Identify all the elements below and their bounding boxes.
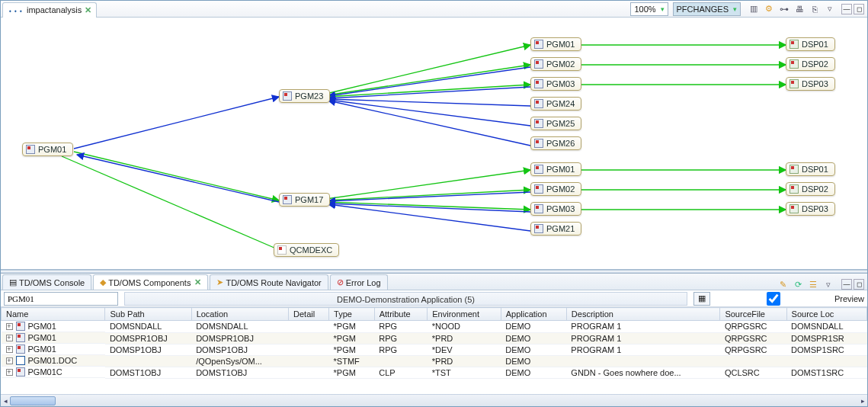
column-header[interactable]: Location: [191, 308, 288, 321]
table-row[interactable]: +PGM01DOMSPR1OBJDOMSPR1OBJ*PGMRPG*PRDDEM…: [2, 332, 867, 344]
column-header[interactable]: Source Loc: [786, 308, 866, 321]
node-dsp01-a[interactable]: DSP01: [786, 37, 835, 51]
diagram-toolbar: ▥ ⚙ ⊶ 🖶 ⎘ ▿: [745, 4, 838, 14]
cell: DOMST1SRC: [786, 367, 866, 378]
node-pgm23[interactable]: PGM23: [279, 89, 330, 103]
expand-icon[interactable]: +: [6, 335, 13, 341]
tab-route-navigator[interactable]: ➤TD/OMS Route Navigator: [210, 274, 328, 290]
node-dsp03-b[interactable]: DSP03: [786, 202, 835, 216]
svg-line-15: [326, 202, 530, 210]
filter-icon[interactable]: ✎: [777, 279, 788, 290]
scroll-left-icon[interactable]: ◂: [1, 395, 10, 407]
cell-name: PGM01C: [28, 367, 62, 377]
link-icon[interactable]: ⊶: [779, 4, 790, 14]
cell: DEMO: [501, 355, 566, 367]
maximize-button[interactable]: ◻: [854, 4, 864, 14]
svg-line-16: [328, 204, 530, 212]
node-pgm02-b[interactable]: PGM02: [530, 182, 581, 196]
minimize-button[interactable]: —: [841, 4, 852, 14]
node-pgm03-b[interactable]: PGM03: [530, 202, 581, 216]
column-header[interactable]: Attribute: [374, 308, 428, 321]
cell: PROGRAM 1: [566, 344, 720, 355]
tab-title: impactanalysis: [27, 5, 82, 14]
node-pgm17[interactable]: PGM17: [279, 193, 330, 207]
expand-icon[interactable]: +: [6, 369, 13, 376]
chart-icon[interactable]: ▥: [748, 4, 759, 14]
column-header[interactable]: Type: [329, 308, 375, 321]
close-icon[interactable]: ✕: [194, 277, 201, 287]
column-header[interactable]: SourceFile: [720, 308, 786, 321]
node-pgm01-a[interactable]: PGM01: [530, 37, 581, 51]
cell: QRPGSRC: [720, 344, 786, 355]
zoom-select[interactable]: 100%▾: [630, 2, 668, 16]
cell: DOMSPR1SR: [786, 332, 866, 344]
node-qcmdexc[interactable]: QCMDEXC: [274, 243, 339, 257]
cell: [289, 321, 329, 333]
tab-components[interactable]: ◆TD/OMS Components✕: [93, 274, 208, 290]
console-icon: ▤: [9, 277, 17, 287]
column-header[interactable]: Description: [566, 308, 720, 321]
table-row[interactable]: +PGM01DOMSNDALLDOMSNDALL*PGMRPG*NOODDEMO…: [2, 321, 867, 333]
tab-console[interactable]: ▤TD/OMS Console: [2, 274, 91, 290]
refresh-icon[interactable]: ⟳: [793, 279, 803, 290]
node-dsp02-a[interactable]: DSP02: [786, 57, 835, 71]
program-icon: [534, 119, 543, 128]
cell: PROGRAM 1: [566, 321, 720, 333]
components-table[interactable]: NameSub PathLocationDetailTypeAttributeE…: [1, 307, 867, 394]
node-pgm01-root[interactable]: PGM01: [22, 143, 73, 156]
expand-icon[interactable]: +: [6, 346, 13, 353]
cell: [786, 355, 866, 367]
preview-checkbox[interactable]: [716, 292, 831, 306]
column-header[interactable]: Name: [2, 308, 105, 321]
print-icon[interactable]: 🖶: [794, 4, 805, 14]
export-icon[interactable]: ⎘: [809, 4, 820, 14]
column-header[interactable]: Sub Path: [105, 308, 191, 321]
node-dsp03-a[interactable]: DSP03: [786, 77, 835, 91]
cell: RPG: [374, 344, 428, 355]
node-dsp02-b[interactable]: DSP02: [786, 182, 835, 196]
cell: *DEV: [428, 344, 501, 355]
close-icon[interactable]: ✕: [85, 5, 91, 15]
maximize-button[interactable]: ◻: [854, 279, 864, 290]
table-row[interactable]: +PGM01CDOMST1OBJDOMST1OBJ*PGMCLP*TSTDEMO…: [2, 367, 867, 378]
column-header[interactable]: Environment: [428, 308, 501, 321]
menu-icon[interactable]: ▿: [825, 4, 835, 14]
cell: DOMSP1OBJ: [105, 344, 191, 355]
svg-line-13: [326, 190, 530, 200]
svg-line-17: [328, 204, 530, 231]
filter-input[interactable]: [4, 292, 118, 306]
preview-toggle[interactable]: Preview: [713, 290, 864, 308]
menu-icon[interactable]: ▿: [823, 279, 834, 290]
node-pgm01-b[interactable]: PGM01: [530, 162, 581, 176]
document-icon: [16, 356, 25, 365]
program-icon: [16, 333, 25, 342]
expand-icon[interactable]: +: [6, 357, 13, 364]
node-pgm03-a[interactable]: PGM03: [530, 77, 581, 91]
diagram-tab-bar: ⬩⬩⬩ impactanalysis ✕ 100%▾ PFCHANGES▾ ▥ …: [1, 1, 867, 18]
table-row[interactable]: +PGM01.DOC/QOpenSys/OM...*STMF*PRDDEMO: [2, 355, 867, 367]
expand-icon[interactable]: +: [6, 323, 13, 330]
node-pgm26[interactable]: PGM26: [530, 136, 581, 150]
node-pgm21[interactable]: PGM21: [530, 222, 581, 236]
bottom-tab-bar: ▤TD/OMS Console ◆TD/OMS Components✕ ➤TD/…: [1, 274, 867, 290]
node-pgm25[interactable]: PGM25: [530, 117, 581, 130]
filter-select[interactable]: PFCHANGES▾: [673, 2, 741, 16]
tab-error-log[interactable]: ⊘Error Log: [330, 274, 388, 290]
column-header[interactable]: Detail: [289, 308, 329, 321]
node-dsp01-b[interactable]: DSP01: [786, 162, 835, 176]
scroll-right-icon[interactable]: ▸: [858, 395, 867, 407]
minimize-button[interactable]: —: [841, 279, 852, 290]
diagram-canvas[interactable]: PGM01 PGM23 PGM17 QCMDEXC PGM01 PGM02 PG…: [1, 18, 867, 271]
node-pgm24[interactable]: PGM24: [530, 97, 581, 111]
tab-impactanalysis[interactable]: ⬩⬩⬩ impactanalysis ✕: [2, 2, 97, 18]
horizontal-scrollbar[interactable]: ◂ ▸: [1, 394, 867, 406]
scrollbar-thumb[interactable]: [10, 396, 56, 405]
node-pgm02-a[interactable]: PGM02: [530, 57, 581, 71]
column-header[interactable]: Application: [501, 308, 566, 321]
tree-icon[interactable]: ⚙: [764, 4, 774, 14]
cell: *NOOD: [428, 321, 501, 333]
svg-line-8: [328, 87, 530, 98]
columns-button[interactable]: ▦: [693, 292, 710, 306]
collapse-icon[interactable]: ☰: [808, 279, 818, 290]
table-row[interactable]: +PGM01DOMSP1OBJDOMSP1OBJ*PGMRPG*DEVDEMOP…: [2, 344, 867, 355]
